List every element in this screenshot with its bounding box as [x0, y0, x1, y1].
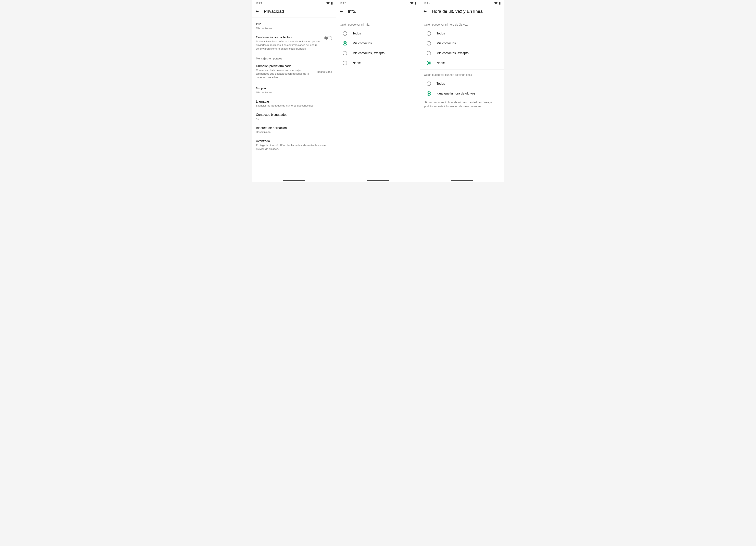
radio-label: Igual que la hora de últ. vez — [436, 92, 475, 95]
screen-last-seen-online: 16:25 Hora de últ. vez y En línea Quién … — [420, 0, 504, 182]
item-sub: Desactivado — [256, 130, 332, 134]
svg-rect-5 — [499, 2, 500, 2]
navbar — [252, 178, 336, 182]
status-icons — [410, 2, 416, 5]
navbar — [336, 178, 420, 182]
settings-item-app-lock[interactable]: Bloqueo de aplicación Desactivado — [252, 123, 336, 137]
radio-label: Mis contactos — [436, 42, 456, 45]
radio-online-everyone[interactable]: Todos — [420, 79, 504, 89]
screen-info: 16:27 Info. Quién puede ver mi Info. Tod… — [336, 0, 420, 182]
item-title: Grupos — [256, 87, 332, 90]
content: Quién puede ver mi hora de últ. vez Todo… — [420, 18, 504, 108]
radio-label: Nadie — [353, 61, 361, 65]
radio-icon — [343, 31, 347, 36]
item-title: Avanzada — [256, 139, 332, 143]
screens-container: 16:29 Privacidad Info. Mis contactos Con… — [252, 0, 504, 182]
radio-icon — [427, 91, 431, 96]
toggle-knob — [325, 37, 328, 40]
item-title: Contactos bloqueados — [256, 113, 332, 117]
navbar-handle[interactable] — [283, 180, 305, 181]
radio-icon — [427, 31, 431, 36]
status-time: 16:27 — [340, 2, 346, 5]
page-title: Privacidad — [264, 9, 284, 14]
content: Info. Mis contactos Confirmaciones de le… — [252, 18, 336, 178]
screen-privacy: 16:29 Privacidad Info. Mis contactos Con… — [252, 0, 336, 182]
item-title: Bloqueo de aplicación — [256, 126, 332, 130]
item-title: Confirmaciones de lectura — [256, 36, 321, 39]
item-sub: Mis contactos — [256, 91, 332, 94]
radio-label: Todos — [353, 32, 361, 35]
svg-rect-1 — [331, 2, 332, 2]
status-bar: 16:25 — [420, 0, 504, 6]
settings-item-info[interactable]: Info. Mis contactos — [252, 20, 336, 33]
read-receipts-toggle[interactable] — [324, 36, 332, 40]
status-icons — [494, 2, 500, 5]
radio-option-contacts-except[interactable]: Mis contactos, excepto… — [336, 48, 420, 58]
appbar: Hora de últ. vez y En línea — [420, 6, 504, 18]
battery-icon — [331, 2, 333, 5]
status-bar: 16:29 — [252, 0, 336, 6]
navbar — [420, 178, 504, 182]
battery-icon — [499, 2, 500, 5]
item-title: Info. — [256, 22, 332, 26]
radio-inner — [428, 93, 430, 95]
content: Quién puede ver mi Info. Todos Mis conta… — [336, 18, 420, 99]
item-title: Duración predeterminada — [256, 64, 313, 68]
section-header-last-seen: Quién puede ver mi hora de últ. vez — [420, 19, 504, 29]
radio-option-everyone[interactable]: Todos — [336, 29, 420, 38]
settings-item-groups[interactable]: Grupos Mis contactos — [252, 82, 336, 97]
settings-item-default-duration[interactable]: Duración predeterminada Comienza chats n… — [252, 62, 336, 82]
settings-item-calls[interactable]: Llamadas Silenciar las llamadas de númer… — [252, 97, 336, 110]
radio-option-nobody[interactable]: Nadie — [336, 58, 420, 68]
radio-option-my-contacts[interactable]: Mis contactos — [336, 38, 420, 48]
back-arrow-icon[interactable] — [255, 9, 259, 14]
navbar-handle[interactable] — [367, 180, 389, 181]
item-title: Llamadas — [256, 100, 332, 103]
section-header-who-info: Quién puede ver mi Info. — [336, 19, 420, 29]
settings-item-blocked-contacts[interactable]: Contactos bloqueados 41 — [252, 110, 336, 123]
item-value: Desactivada — [317, 70, 332, 73]
wifi-icon — [326, 2, 330, 4]
item-sub: Mis contactos — [256, 27, 332, 30]
radio-inner — [344, 42, 346, 44]
settings-item-read-receipts[interactable]: Confirmaciones de lectura Si desactivas … — [252, 33, 336, 53]
status-time: 16:25 — [423, 2, 430, 5]
radio-label: Mis contactos — [353, 42, 372, 45]
wifi-icon — [410, 2, 413, 4]
radio-label: Mis contactos, excepto… — [436, 51, 472, 55]
last-seen-note: Si no compartes tu hora de últ. vez o es… — [420, 98, 504, 108]
radio-lastseen-my-contacts[interactable]: Mis contactos — [420, 38, 504, 48]
radio-icon — [427, 61, 431, 65]
appbar: Privacidad — [252, 6, 336, 18]
page-title: Info. — [348, 9, 356, 14]
svg-rect-4 — [499, 2, 500, 4]
section-header-online: Quién puede ver cuándo estoy en línea — [420, 70, 504, 79]
wifi-icon — [494, 2, 498, 4]
radio-icon — [343, 41, 347, 45]
radio-inner — [428, 62, 430, 64]
settings-item-advanced[interactable]: Avanzada Protege la dirección IP en las … — [252, 137, 336, 153]
radio-label: Todos — [436, 82, 445, 85]
item-sub: Comienza chats nuevos con mensajes tempo… — [256, 69, 313, 79]
item-sub: 41 — [256, 117, 332, 121]
back-arrow-icon[interactable] — [423, 9, 427, 14]
radio-icon — [427, 41, 431, 45]
radio-lastseen-nobody[interactable]: Nadie — [420, 58, 504, 68]
navbar-handle[interactable] — [451, 180, 473, 181]
back-arrow-icon[interactable] — [339, 9, 344, 14]
battery-icon — [415, 2, 416, 5]
appbar: Info. — [336, 6, 420, 18]
radio-label: Todos — [436, 32, 445, 35]
radio-lastseen-everyone[interactable]: Todos — [420, 29, 504, 38]
status-icons — [326, 2, 333, 5]
svg-rect-2 — [415, 2, 416, 4]
radio-online-same-as-last-seen[interactable]: Igual que la hora de últ. vez — [420, 89, 504, 98]
radio-label: Mis contactos, excepto… — [353, 51, 388, 55]
svg-rect-3 — [415, 2, 416, 2]
radio-lastseen-contacts-except[interactable]: Mis contactos, excepto… — [420, 48, 504, 58]
item-sub: Si desactivas las confirmaciones de lect… — [256, 40, 321, 51]
svg-rect-0 — [331, 2, 333, 4]
item-sub: Protege la dirección IP en las llamadas,… — [256, 144, 332, 151]
radio-icon — [343, 61, 347, 65]
radio-icon — [343, 51, 347, 55]
